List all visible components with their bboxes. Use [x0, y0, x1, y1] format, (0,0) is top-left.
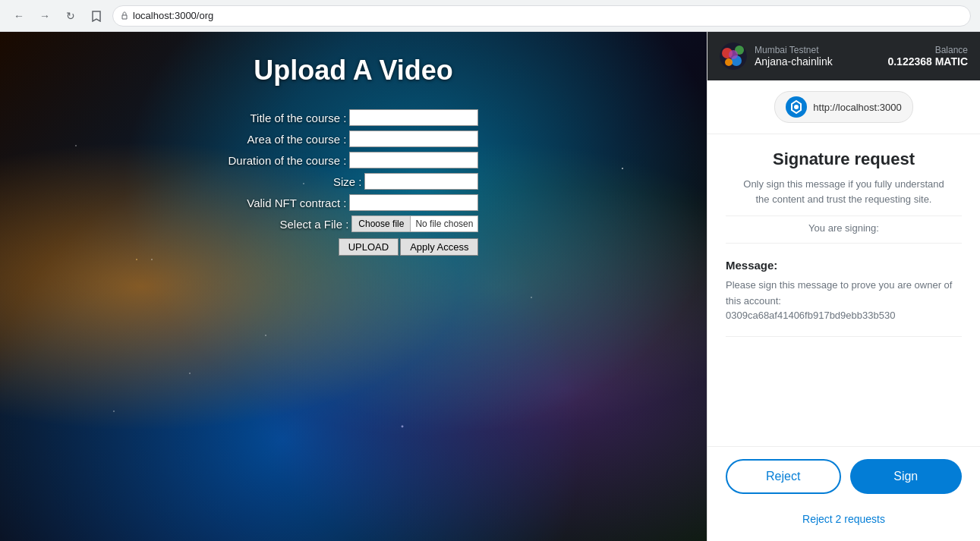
page-title: Upload A Video [254, 55, 453, 86]
svg-point-7 [794, 105, 799, 109]
title-row: Title of the course : [250, 109, 478, 126]
back-button[interactable]: ← [9, 6, 29, 26]
sig-warning: Only sign this message if you fully unde… [726, 177, 962, 206]
no-file-text: No file chosen [410, 215, 478, 232]
message-text: Please sign this message to prove you ar… [726, 278, 962, 310]
reject-requests-section: Reject 2 requests [707, 506, 980, 541]
sig-title: Signature request [726, 149, 962, 169]
choose-file-button[interactable]: Choose file [351, 215, 410, 232]
action-buttons: UPLOAD Apply Access [339, 238, 479, 256]
account-name: Anjana-chainlink [755, 55, 833, 68]
apply-access-button[interactable]: Apply Access [400, 238, 478, 256]
divider-3 [726, 336, 962, 337]
message-address: 0309ca68af41406fb917bd9ebb33b530 [726, 310, 962, 321]
reject-button[interactable]: Reject [726, 459, 841, 494]
address-bar[interactable]: localhost:3000/org [112, 5, 971, 27]
duration-label: Duration of the course : [228, 154, 347, 167]
title-input[interactable] [349, 109, 478, 126]
forward-button[interactable]: → [35, 6, 55, 26]
message-label: Message: [726, 259, 962, 272]
divider-2 [726, 243, 962, 244]
size-row: Size : [333, 173, 479, 190]
nft-row: Valid NFT contract : [247, 194, 478, 211]
divider-1 [726, 215, 962, 216]
main-area: Upload A Video Title of the course : Are… [0, 32, 980, 541]
avatar-svg [720, 42, 747, 70]
file-label: Select a File : [279, 218, 348, 231]
sign-button[interactable]: Sign [850, 459, 963, 494]
nft-label: Valid NFT contract : [247, 197, 346, 209]
area-row: Area of the course : [247, 131, 479, 147]
size-label: Size : [333, 175, 362, 188]
network-name: Mumbai Testnet [755, 45, 833, 55]
reject-requests-link[interactable]: Reject 2 requests [802, 513, 885, 525]
reload-button[interactable]: ↻ [61, 6, 80, 26]
size-input[interactable] [364, 173, 478, 190]
metamask-panel: Mumbai Testnet Anjana-chainlink Balance … [707, 32, 980, 541]
signature-content: Signature request Only sign this message… [707, 134, 980, 446]
browser-chrome: ← → ↻ localhost:3000/org [0, 0, 980, 32]
area-input[interactable] [349, 131, 478, 147]
duration-row: Duration of the course : [228, 152, 479, 168]
duration-input[interactable] [349, 152, 478, 168]
panel-header: Mumbai Testnet Anjana-chainlink Balance … [707, 32, 980, 80]
upload-button[interactable]: UPLOAD [339, 238, 399, 256]
balance-label: Balance [935, 45, 968, 55]
webpage-content: Upload A Video Title of the course : Are… [0, 32, 707, 256]
network-info: Mumbai Testnet Anjana-chainlink [755, 45, 833, 68]
svg-point-5 [729, 50, 738, 59]
bookmark-button[interactable] [87, 6, 106, 26]
sig-signing: You are signing: [726, 222, 962, 234]
chainlink-icon [789, 100, 803, 114]
upload-form: Title of the course : Area of the course… [228, 109, 479, 256]
lock-icon [121, 11, 128, 20]
webpage: Upload A Video Title of the course : Are… [0, 32, 707, 541]
site-url: http://localhost:3000 [813, 102, 901, 113]
panel-buttons: Reject Sign [707, 446, 980, 506]
url-text: localhost:3000/org [133, 10, 213, 21]
svg-point-4 [725, 58, 733, 66]
area-label: Area of the course : [247, 133, 347, 146]
title-label: Title of the course : [250, 112, 346, 124]
balance-value: 0.122368 MATIC [887, 55, 968, 68]
nft-input[interactable] [349, 194, 478, 211]
file-input-wrapper: Choose file No file chosen [351, 215, 478, 232]
file-row: Select a File : Choose file No file chos… [279, 215, 478, 232]
panel-header-left: Mumbai Testnet Anjana-chainlink [720, 42, 833, 70]
site-pill: http://localhost:3000 [774, 91, 912, 123]
site-indicator: http://localhost:3000 [707, 80, 980, 134]
avatar [720, 42, 747, 70]
message-section: Message: Please sign this message to pro… [726, 250, 962, 330]
site-icon [786, 96, 807, 118]
balance-info: Balance 0.122368 MATIC [887, 45, 968, 68]
